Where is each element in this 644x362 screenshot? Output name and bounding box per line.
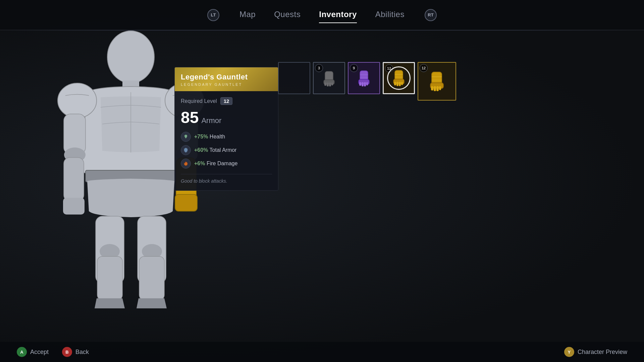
inventory-slot-5[interactable]: 12 (418, 62, 456, 101)
inventory-slot-2[interactable]: 3 (313, 62, 345, 94)
item-name: Legend's Gauntlet (181, 73, 272, 81)
armor-icon (181, 145, 191, 155)
armor-label: Armor (201, 116, 221, 125)
gauntlet-icon-purple (354, 68, 374, 88)
rt-button[interactable]: RT (425, 9, 437, 21)
required-level-row: Required Level 12 (181, 97, 272, 105)
svg-rect-9 (64, 158, 84, 201)
character-preview-label: Character Preview (578, 349, 627, 356)
svg-rect-22 (324, 82, 326, 86)
gauntlet-icon-gold-2 (424, 69, 449, 94)
item-description: Good to block attacks. (181, 174, 272, 184)
inventory-grid: 3 9 12 (278, 62, 456, 101)
back-action[interactable]: B Back (62, 347, 89, 357)
bottom-right-actions: Y Character Preview (564, 347, 627, 357)
required-level-badge: 12 (220, 97, 233, 105)
stat-text-armor: +60% Total Armor (194, 147, 236, 153)
svg-rect-28 (359, 82, 361, 86)
svg-rect-38 (399, 82, 401, 86)
nav-divider (0, 30, 644, 31)
svg-rect-11 (175, 194, 197, 211)
inventory-slot-3[interactable]: 9 (348, 62, 380, 94)
bottom-bar: A Accept B Back Y Character Preview (0, 342, 644, 362)
svg-rect-30 (364, 82, 366, 86)
inventory-slot-1[interactable] (278, 62, 310, 94)
item-panel-header: Legend's Gauntlet LEGENDARY GAUNTLET (175, 67, 278, 91)
armor-value: 85 (181, 110, 199, 126)
svg-rect-31 (366, 82, 368, 85)
accept-action[interactable]: A Accept (17, 347, 49, 357)
svg-rect-36 (394, 82, 396, 85)
fire-icon (181, 159, 191, 169)
svg-rect-37 (396, 82, 398, 86)
b-button[interactable]: B (62, 347, 72, 357)
svg-rect-23 (327, 82, 329, 86)
nav-item-abilities[interactable]: Abilities (375, 10, 405, 20)
item-info-panel: Legend's Gauntlet LEGENDARY GAUNTLET Req… (174, 67, 278, 191)
svg-rect-18 (139, 256, 164, 300)
nav-item-quests[interactable]: Quests (274, 10, 301, 20)
bottom-left-actions: A Accept B Back (17, 347, 89, 357)
y-button[interactable]: Y (564, 347, 574, 357)
inventory-slot-4[interactable]: 12 (383, 62, 415, 94)
a-button[interactable]: A (17, 347, 27, 357)
svg-rect-44 (431, 86, 433, 90)
accept-label: Accept (30, 349, 49, 356)
item-type: LEGENDARY GAUNTLET (181, 82, 272, 86)
svg-rect-12 (63, 198, 85, 215)
item-panel-body: Required Level 12 85 Armor +75% Health (175, 91, 278, 190)
svg-rect-46 (436, 86, 439, 91)
svg-rect-47 (439, 86, 441, 90)
stat-list: +75% Health +60% Total Armor (181, 132, 272, 169)
required-level-label: Required Level (181, 98, 217, 104)
stat-text-health: +75% Health (194, 134, 225, 140)
character-preview-action[interactable]: Y Character Preview (564, 347, 627, 357)
svg-rect-17 (97, 256, 122, 300)
back-label: Back (75, 349, 89, 356)
armor-row: 85 Armor (181, 110, 272, 126)
navigation-bar: LT Map Quests Inventory Abilities RT (0, 0, 644, 30)
svg-rect-24 (329, 82, 331, 86)
nav-items: Map Quests Inventory Abilities (239, 10, 405, 20)
svg-rect-39 (401, 82, 403, 85)
svg-rect-45 (434, 86, 436, 91)
gauntlet-icon-gray (319, 68, 339, 88)
stat-text-fire: +6% Fire Damage (194, 161, 237, 167)
stat-item-health: +75% Health (181, 132, 272, 142)
stat-item-fire: +6% Fire Damage (181, 159, 272, 169)
lt-button[interactable]: LT (207, 9, 219, 21)
svg-rect-25 (331, 82, 333, 85)
nav-item-inventory[interactable]: Inventory (319, 10, 357, 20)
nav-item-map[interactable]: Map (239, 10, 256, 20)
stat-item-armor: +60% Total Armor (181, 145, 272, 155)
svg-rect-29 (362, 82, 364, 86)
slot-level-5: 12 (420, 64, 428, 72)
svg-point-0 (107, 31, 154, 83)
slot-level-4: 12 (385, 64, 393, 72)
health-icon (181, 132, 191, 142)
svg-point-3 (58, 83, 97, 118)
slot-level-3: 9 (350, 64, 358, 72)
